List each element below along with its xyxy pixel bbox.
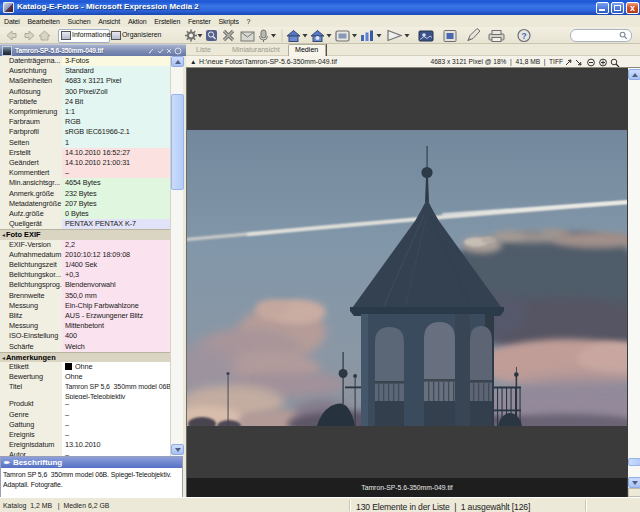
svg-text:?: ? — [521, 31, 526, 41]
